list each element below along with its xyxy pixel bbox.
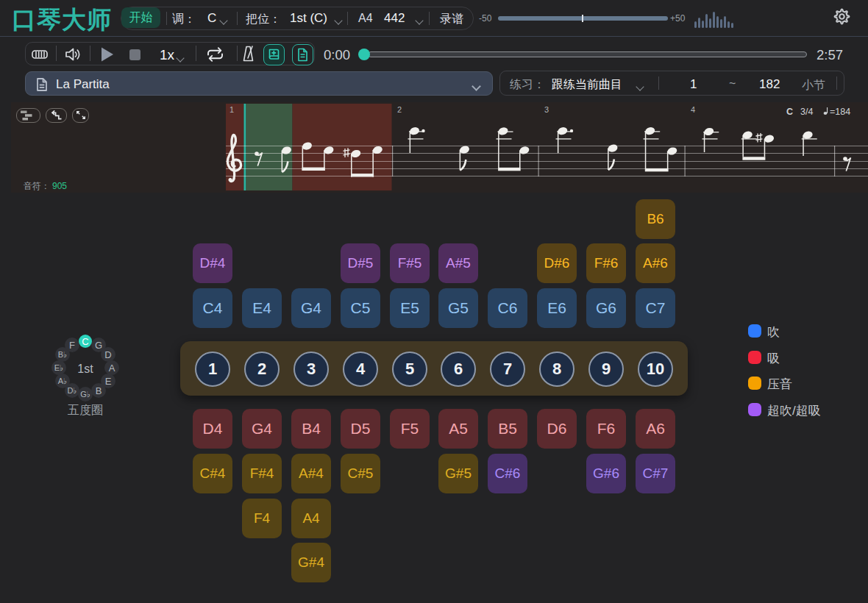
svg-text:2: 2 [397,105,402,114]
svg-text:3/4: 3/4 [800,107,813,117]
svg-text:3: 3 [544,105,549,114]
svg-text:1: 1 [230,105,234,114]
svg-text:=184: =184 [830,107,850,117]
svg-text:4: 4 [691,105,695,114]
svg-text:C: C [786,107,793,117]
